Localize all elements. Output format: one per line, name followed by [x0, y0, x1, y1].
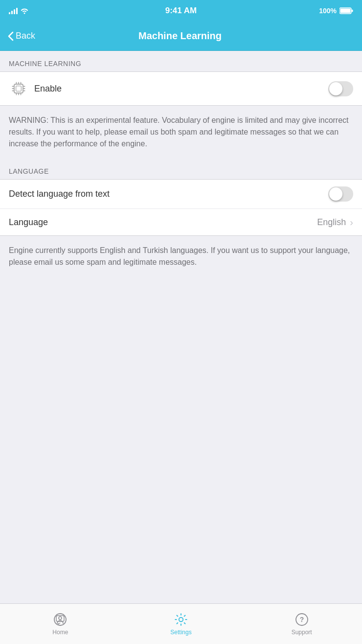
battery-percent: 100%	[319, 7, 337, 15]
svg-rect-3	[14, 84, 23, 93]
language-label: Language	[9, 217, 317, 228]
language-row[interactable]: Language English ›	[0, 209, 362, 235]
chevron-icon: ›	[350, 217, 353, 228]
spacer	[0, 277, 362, 375]
language-value: English	[317, 217, 346, 228]
home-tab-icon	[53, 613, 67, 626]
settings-tab-icon	[174, 613, 188, 626]
svg-rect-4	[16, 86, 22, 92]
tab-support-label: Support	[292, 629, 312, 636]
detect-language-row: Detect language from text	[0, 180, 362, 209]
enable-label: Enable	[34, 84, 328, 94]
tab-home[interactable]: Home	[0, 604, 121, 644]
svg-rect-1	[340, 9, 351, 13]
language-info: Engine currently supports English and Tu…	[0, 236, 362, 277]
chip-icon	[10, 80, 27, 97]
machine-learning-info: WARNING: This is an experimental feature…	[0, 106, 362, 159]
tab-bar: Home Settings ? Support	[0, 603, 362, 644]
back-chevron-icon	[8, 31, 14, 41]
navigation-bar: Back Machine Learning	[0, 22, 362, 51]
status-bar: 9:41 AM 100%	[0, 0, 362, 22]
machine-learning-group: Enable	[0, 71, 362, 106]
tab-home-label: Home	[52, 629, 68, 636]
status-left	[9, 7, 29, 14]
tab-settings[interactable]: Settings	[121, 604, 242, 644]
enable-row: Enable	[0, 72, 362, 105]
content-area: MACHINE LEARNING	[0, 51, 362, 603]
svg-text:?: ?	[299, 616, 304, 623]
section-header-language: LANGUAGE	[0, 159, 362, 179]
svg-point-18	[59, 617, 62, 620]
back-button[interactable]: Back	[8, 31, 35, 41]
back-label: Back	[16, 31, 35, 41]
language-group: Detect language from text Language Engli…	[0, 179, 362, 236]
detect-language-toggle[interactable]	[328, 186, 353, 202]
status-time: 9:41 AM	[165, 6, 197, 16]
battery-icon	[339, 7, 353, 14]
status-right: 100%	[319, 7, 353, 15]
toggle-thumb	[329, 82, 342, 95]
detect-language-label: Detect language from text	[9, 189, 328, 199]
tab-settings-label: Settings	[170, 629, 191, 636]
section-header-machine-learning: MACHINE LEARNING	[0, 51, 362, 71]
chip-icon-container	[9, 79, 28, 98]
tab-support[interactable]: ? Support	[241, 604, 362, 644]
support-tab-icon: ?	[295, 613, 309, 626]
svg-rect-2	[352, 10, 353, 12]
signal-icon	[9, 7, 18, 14]
detect-toggle-thumb	[329, 187, 342, 201]
wifi-icon	[20, 7, 29, 14]
nav-title: Machine Learning	[35, 30, 325, 42]
svg-point-20	[179, 617, 183, 621]
enable-toggle[interactable]	[328, 81, 353, 96]
